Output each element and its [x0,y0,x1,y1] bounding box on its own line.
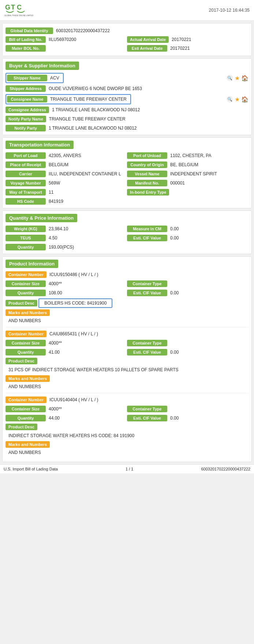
container-number-label-0: Container Number [5,271,46,278]
container-item-0: Container Number ICUU9150486 ( HV / L / … [5,271,249,327]
port-of-unload-label: Port of Unload [127,152,167,159]
port-of-load-group: Port of Load 42305, ANVERS [5,152,127,159]
logo-area: G T C GLOBAL TRADE ONLINE LIMITED [4,3,34,18]
global-data-identity-value: 60032017022200004​37222 [53,27,113,34]
buyer-supplier-section: Buyer & Supplier Information Shipper Nam… [2,58,252,135]
consignee-search-icon[interactable]: 🔍 [227,96,233,103]
container-number-value-1: CAIU8665431 ( HV / L / ) [46,330,249,338]
footer-right-id: 60032017022200004​37222 [201,467,250,471]
way-of-transport-group: Way of Transport 11 [5,189,127,196]
quantity-label-1: Quantity [5,349,46,355]
container-size-group-2: Container Size 4000** [5,405,127,413]
product-desc-label-0: Product Desc [5,300,37,306]
product-desc-area-0: Product Desc BOILERS HS CODE: 84191900 [5,298,249,308]
quantity-row: Quantity 193.00(PCS) [5,243,249,251]
bill-of-lading-group: Bill of Lading No. IILU56970200 [5,36,127,43]
bill-arrival-row: Bill of Lading No. IILU56970200 Actual A… [5,36,249,43]
port-row: Port of Load 42305, ANVERS Port of Unloa… [5,152,249,159]
svg-text:GLOBAL TRADE ONLINE LIMITED: GLOBAL TRADE ONLINE LIMITED [4,14,34,16]
voyage-number-label: Voyage Number [5,180,46,186]
product-info-title: Product Information [5,260,58,268]
container-size-value-0: 4000** [46,280,127,287]
in-bond-entry-type-value [169,191,249,193]
esti-cif-label-2: Esti. CIF Value [127,415,167,421]
quantity-label-0: Quantity [5,290,46,296]
voyage-number-value: 569W [46,179,127,187]
consignee-home-icon[interactable]: 🏠 [241,96,249,103]
weight-kg-label: Weight (KG) [5,226,46,232]
transportation-title: Transportation Information [5,141,74,149]
port-of-unload-value: 1102, CHESTER, PA [167,152,249,159]
marks-label-2: Marks and Numbers [5,441,50,448]
quantity-price-title: Quantity & Price Information [5,214,77,222]
header: G T C GLOBAL TRADE ONLINE LIMITED 2017-1… [0,0,254,21]
mater-bol-group: Mater BOL No. [5,45,127,52]
teus-group: TEUS 4.50 [5,234,127,242]
bill-of-lading-label: Bill of Lading No. [5,36,46,43]
shipper-address-row: Shipper Address OUDE VIJVERWEG 6 NONE DW… [5,85,249,92]
mater-bol-value [46,47,52,49]
notify-party-name-row: Notify Party Name TRIANGLE TUBE FREEWAY … [5,115,249,123]
container-size-type-row-1: Container Size 4000** Container Type [5,339,249,347]
consignee-address-value: 1 TRIANGLE LANE BLACKWOOD NJ 08012 [49,106,249,113]
manifest-no-group: Manifest No. 000001 [127,179,249,187]
shipper-home-icon[interactable]: 🏠 [241,75,249,82]
footer: U.S. Import Bill of Lading Data 1 / 1 60… [0,464,254,473]
esti-arrival-date-label: Esti Arrival Date [127,45,167,52]
transportation-section: Transportation Information Port of Load … [2,137,252,208]
container-number-row-2: Container Number ICUU9140404 ( HV / L / … [5,396,249,403]
measure-in-cm-label: Measure in CM [127,226,167,232]
container-type-label-1: Container Type [127,340,167,346]
consignee-address-label: Consignee Address [5,107,49,113]
quantity-price-section: Quantity & Price Information Weight (KG)… [2,211,252,254]
container-type-label-0: Container Type [127,280,167,287]
measure-in-cm-value: 0.00 [167,225,249,232]
container-type-group-1: Container Type [127,340,249,346]
manifest-no-value: 000001 [167,179,249,187]
transport-bond-row: Way of Transport 11 In-bond Entry Type [5,189,249,196]
notify-party-row: Notify Party 1 TRIANGLE LANE BLACKWOOD N… [5,124,249,132]
quantity-group-2: Quantity 44.00 [5,414,127,422]
quantity-value-0: 108.00 [46,289,127,297]
svg-text:C: C [17,4,22,11]
shipper-star-icon[interactable]: ★ [235,75,240,82]
marks-area-2: Marks and Numbers AND NUMBERS [5,441,249,456]
container-size-label-2: Container Size [5,406,46,412]
quantity-esti-row-2: Quantity 44.00 Esti. CIF Value 0.00 [5,414,249,422]
quantity-label-2: Quantity [5,415,46,421]
consignee-star-icon[interactable]: ★ [235,96,240,103]
container-size-value-1: 4000** [46,339,127,347]
container-size-label-1: Container Size [5,340,46,346]
esti-cif-value-value: 0.00 [167,234,249,242]
country-of-origin-group: Country of Origin BE, BELGIUM [127,161,249,168]
product-desc-area-2: Product Desc INDIRECT STORAGE WATER HEAT… [5,424,249,440]
product-desc-value-1: 31 PCS OF INDIRECT STORAGE WATER HEATERS… [5,366,249,374]
consignee-name-row: Consignee Name TRIANGLE TUBE FREEWAY CEN… [5,94,249,104]
product-info-section: Product Information Container Number ICU… [2,256,252,462]
container-number-label-2: Container Number [5,397,46,403]
actual-arrival-date-value: 20170221 [169,36,194,43]
mater-esti-row: Mater BOL No. Esti Arrival Date 20170221 [5,45,249,52]
footer-pagination: 1 / 1 [126,467,133,471]
port-of-load-label: Port of Load [5,152,46,159]
shipper-name-row: Shipper Name ACV 🔍 ★ 🏠 [5,73,249,83]
shipper-name-highlight: Shipper Name ACV [5,73,64,83]
carrier-group: Carrier IILU, INDEPENDENT CONTAINER L [5,170,127,178]
weight-kg-value: 23,984.10 [46,225,127,232]
esti-arrival-group: Esti Arrival Date 20170221 [127,45,249,52]
esti-cif-group-1: Esti. CIF Value 0.00 [127,349,249,356]
container-type-value-2 [167,408,249,410]
hs-code-label: HS Code [5,198,46,205]
receipt-origin-row: Place of Receipt BELGIUM Country of Orig… [5,161,249,168]
shipper-search-icon[interactable]: 🔍 [227,75,233,81]
port-of-load-value: 42305, ANVERS [46,152,127,159]
notify-party-value: 1 TRIANGLE LANE BLACKWOOD NJ 08012 [46,124,249,132]
esti-cif-label-1: Esti. CIF Value [127,349,167,355]
container-type-label-2: Container Type [127,406,167,412]
logo-icon: G T C GLOBAL TRADE ONLINE LIMITED [4,3,34,18]
container-number-row-1: Container Number CAIU8665431 ( HV / L / … [5,330,249,338]
way-of-transport-value: 11 [46,189,127,196]
in-bond-entry-type-label: In-bond Entry Type [127,189,169,196]
notify-party-label: Notify Party [5,125,46,131]
hs-code-value: 841919 [46,198,249,205]
